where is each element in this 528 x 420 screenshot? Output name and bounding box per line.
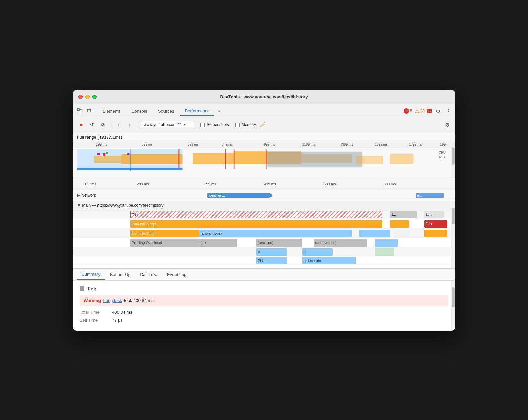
- zoom-tick-4: 499 ms: [264, 182, 276, 186]
- svg-rect-10: [193, 153, 234, 164]
- compile-small-3[interactable]: [424, 230, 447, 237]
- green-small[interactable]: [375, 248, 394, 256]
- summary-title: Task: [80, 286, 448, 291]
- anonymous-block[interactable]: (anonymous): [199, 230, 352, 237]
- task-block-right-1[interactable]: T...: [390, 211, 417, 218]
- tab-more[interactable]: »: [216, 107, 222, 115]
- tab-bar: Elements Console Sources Performance » ✕…: [73, 104, 455, 118]
- svg-rect-24: [77, 168, 183, 170]
- screenshots-label[interactable]: Screenshots: [207, 122, 229, 127]
- v-lower-block[interactable]: v: [302, 248, 333, 256]
- tab-event-log[interactable]: Event Log: [162, 269, 191, 280]
- settings-icon[interactable]: ⚙: [434, 107, 442, 116]
- url-selector[interactable]: www.youtube.com #1 ▾: [141, 121, 194, 128]
- task-color-indicator: [80, 286, 84, 291]
- dots-block[interactable]: (...): [199, 239, 237, 247]
- tab-performance[interactable]: Performance: [180, 106, 214, 116]
- net-label: NET: [439, 155, 446, 159]
- refresh-record-button[interactable]: ↺: [88, 120, 96, 129]
- memory-label[interactable]: Memory: [242, 122, 256, 127]
- zoom-tick-3: 399 ms: [204, 182, 216, 186]
- traffic-lights: [78, 95, 97, 99]
- upload-button[interactable]: ↑: [114, 120, 123, 129]
- zoom-timeline[interactable]: 199 ms 299 ms 399 ms 499 ms 599 ms 699 m…: [73, 178, 455, 190]
- task-block-right-2[interactable]: T...k: [424, 211, 444, 218]
- more-icon[interactable]: ⋮: [444, 107, 452, 116]
- overview-timeline[interactable]: 199 ms 399 ms 599 ms 7||2ms 999 ms 1199 …: [73, 141, 455, 178]
- svg-rect-23: [266, 149, 267, 169]
- svg-rect-17: [103, 153, 105, 156]
- capture-settings-icon[interactable]: ⚙: [444, 120, 451, 129]
- overview-scrollbar-thumb[interactable]: [452, 148, 455, 165]
- devtools-icons: [76, 107, 94, 115]
- ruler-tick-2: 399 ms: [142, 143, 153, 146]
- zoom-tick-6: 699 ms: [384, 182, 396, 186]
- toolbar-right: ⚙: [444, 120, 451, 129]
- ruler-tick-4: 7||2ms: [222, 143, 232, 146]
- compile-small-1[interactable]: [359, 230, 390, 237]
- compile-script-block[interactable]: Compile Script: [130, 230, 199, 237]
- tab-call-tree[interactable]: Call Tree: [135, 269, 162, 280]
- overview-scrollbar[interactable]: [451, 141, 455, 178]
- network-expand-icon[interactable]: ▶: [77, 193, 80, 198]
- broom-icon[interactable]: 🧹: [258, 120, 267, 129]
- flame-row-profiling: Profiling Overhead (...) (ano...us) (ano…: [73, 238, 455, 248]
- flame-chart: ▼ Main — https://www.youtube.com/feed/hi…: [73, 201, 455, 268]
- evaluate-small-2[interactable]: F...k: [424, 220, 447, 228]
- compile-small-2[interactable]: [394, 230, 409, 237]
- flame-scrollbar-thumb[interactable]: [452, 208, 455, 224]
- ruler-tick-5: 999 ms: [264, 143, 275, 146]
- tab-console[interactable]: Console: [127, 107, 152, 116]
- profiling-small-1[interactable]: [375, 239, 398, 247]
- record-button[interactable]: ●: [77, 120, 86, 129]
- ruler-tick-10: 199: [440, 143, 446, 146]
- summary-content: Task Warning Long task took 400.84 ms. T…: [73, 281, 455, 331]
- decorate-block[interactable]: a.decorate: [302, 257, 356, 264]
- close-button[interactable]: [78, 95, 83, 99]
- tab-sources[interactable]: Sources: [153, 107, 179, 116]
- warning-row: Warning Long task took 400.84 ms.: [80, 295, 448, 306]
- bottom-scrollbar-thumb[interactable]: [452, 287, 455, 307]
- inspect-icon[interactable]: [76, 107, 84, 115]
- evaluate-script-block[interactable]: Evaluate Script: [130, 220, 382, 228]
- error-badge: ✕ 8: [404, 108, 412, 114]
- svg-rect-0: [77, 109, 79, 111]
- ano-us-block[interactable]: (ano...us): [256, 239, 302, 247]
- task-block[interactable]: Task: [130, 211, 382, 218]
- tab-elements[interactable]: Elements: [98, 107, 125, 116]
- flame-row-phb: Phb a.decorate: [73, 256, 455, 265]
- download-button[interactable]: ↓: [125, 120, 134, 129]
- ruler-tick-1: 199 ms: [96, 143, 107, 146]
- ruler-tick-9: 1799 ms: [409, 143, 422, 146]
- total-time-row: Total Time 400.84 ms: [80, 310, 448, 315]
- clear-button[interactable]: ⊘: [98, 120, 107, 129]
- memory-checkbox-group: Memory: [235, 122, 256, 127]
- long-task-link[interactable]: Long task: [103, 298, 122, 303]
- ruler-tick-7: 1399 ms: [340, 143, 353, 146]
- memory-checkbox[interactable]: [235, 123, 240, 127]
- svg-rect-19: [127, 153, 129, 155]
- tab-bottom-up[interactable]: Bottom-Up: [105, 269, 135, 280]
- devtools-window: DevTools - www.youtube.com/feed/history: [73, 90, 455, 331]
- v-block[interactable]: V: [256, 248, 287, 256]
- ruler-tick-3: 599 ms: [188, 143, 199, 146]
- profiling-block[interactable]: Profiling Overhead: [130, 239, 199, 247]
- bottom-scrollbar[interactable]: [451, 281, 455, 331]
- device-icon[interactable]: [86, 107, 94, 115]
- evaluate-small-1[interactable]: [390, 220, 409, 228]
- flame-scrollbar[interactable]: [451, 201, 455, 268]
- zoom-tick-2: 299 ms: [137, 182, 149, 186]
- screenshots-checkbox[interactable]: [200, 123, 205, 127]
- toolbar-divider-2: [137, 121, 137, 128]
- svg-rect-13: [267, 152, 362, 167]
- minimize-button[interactable]: [85, 95, 90, 99]
- tab-summary[interactable]: Summary: [77, 269, 105, 280]
- anonymous2-block[interactable]: (anonymous): [314, 239, 367, 247]
- flame-header: ▼ Main — https://www.youtube.com/feed/hi…: [73, 201, 455, 210]
- phb-block[interactable]: Phb: [256, 257, 287, 264]
- maximize-button[interactable]: [92, 95, 97, 99]
- overview-chart: [77, 149, 451, 171]
- network-bar: identifier ... e...: [103, 193, 451, 198]
- ruler-tick-8: 1599 ms: [375, 143, 388, 146]
- svg-rect-9: [94, 156, 121, 163]
